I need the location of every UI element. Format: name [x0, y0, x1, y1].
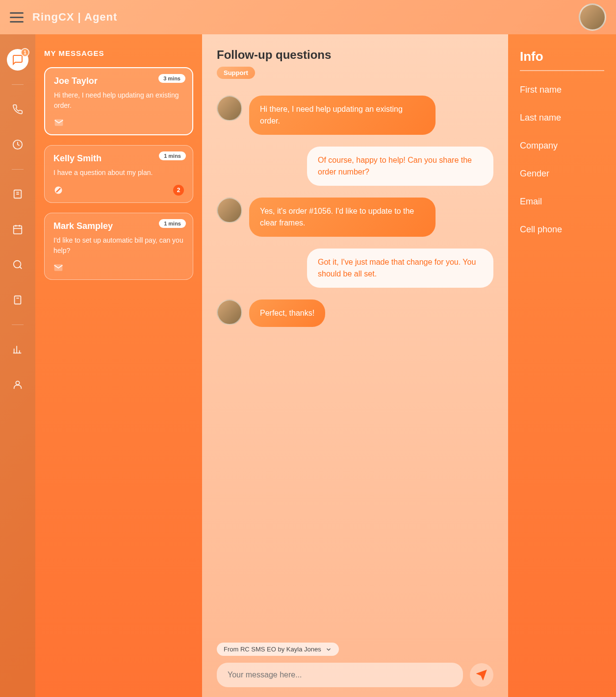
nav-search[interactable]	[7, 254, 28, 275]
info-field-email[interactable]: Email	[520, 197, 604, 207]
time-chip: 3 mins	[158, 74, 185, 83]
time-chip: 1 mins	[159, 151, 186, 160]
time-chip: 1 mins	[159, 219, 186, 228]
chat-panel: Follow-up questions Support Hi there, I …	[202, 34, 508, 697]
from-selector[interactable]: From RC SMS EO by Kayla Jones	[217, 643, 339, 656]
nav-contacts[interactable]	[7, 183, 28, 205]
convo-preview: Hi there, I need help updating an existi…	[54, 90, 183, 111]
count-badge: 2	[173, 185, 184, 196]
info-field-company[interactable]: Company	[520, 141, 604, 151]
nav-history[interactable]	[7, 134, 28, 155]
info-panel: Info First name Last name Company Gender…	[508, 34, 616, 697]
send-icon	[476, 670, 487, 680]
nav-rail: 1	[0, 34, 35, 697]
info-field-firstname[interactable]: First name	[520, 85, 604, 95]
app-title: RingCX | Agent	[32, 11, 117, 24]
blocked-icon	[53, 185, 63, 195]
nav-analytics[interactable]	[7, 339, 28, 360]
svg-point-6	[14, 261, 21, 268]
svg-point-14	[16, 381, 19, 385]
message-row: Perfect, thanks!	[217, 299, 493, 327]
chat-header: Follow-up questions Support	[217, 48, 493, 79]
envelope-icon	[54, 118, 64, 127]
nav-messages[interactable]: 1	[7, 49, 28, 71]
chat-title: Follow-up questions	[217, 48, 493, 62]
svg-rect-8	[15, 296, 21, 304]
messages-list: Hi there, I need help updating an existi…	[217, 86, 493, 635]
hamburger-menu[interactable]	[10, 12, 24, 23]
app-root: RingCX | Agent 1	[0, 0, 616, 697]
info-field-cellphone[interactable]: Cell phone	[520, 224, 604, 235]
message-row: Of course, happy to help! Can you share …	[217, 147, 493, 186]
conversation-card[interactable]: 1 mins Mark Sampley I'd like to set up a…	[44, 213, 193, 280]
message-bubble: Perfect, thanks!	[249, 299, 325, 327]
envelope-icon	[53, 263, 63, 273]
from-label: From RC SMS EO by Kayla Jones	[224, 646, 321, 653]
send-button[interactable]	[470, 663, 493, 687]
message-bubble: Of course, happy to help! Can you share …	[307, 147, 493, 186]
nav-badge: 1	[21, 48, 29, 57]
info-title: Info	[520, 49, 604, 71]
customer-avatar	[217, 299, 242, 325]
customer-avatar	[217, 96, 242, 121]
sidebar-title: MY MESSAGES	[44, 49, 193, 57]
chevron-down-icon	[325, 646, 332, 653]
message-bubble: Yes, it's order #1056. I'd like to updat…	[249, 198, 436, 237]
svg-line-7	[20, 267, 22, 269]
nav-document[interactable]	[7, 289, 28, 311]
nav-phone[interactable]	[7, 99, 28, 120]
conversation-card[interactable]: 3 mins Joe Taylor Hi there, I need help …	[44, 67, 193, 135]
conversation-card[interactable]: 1 mins Kelly Smith I have a question abo…	[44, 145, 193, 203]
message-input[interactable]	[217, 663, 463, 687]
message-row: Got it, I've just made that change for y…	[217, 249, 493, 288]
header-avatar[interactable]	[579, 3, 606, 31]
composer: From RC SMS EO by Kayla Jones	[217, 643, 493, 687]
message-bubble: Got it, I've just made that change for y…	[307, 249, 493, 288]
app-body: 1	[0, 34, 616, 697]
message-row: Yes, it's order #1056. I'd like to updat…	[217, 198, 493, 237]
app-header: RingCX | Agent	[0, 0, 616, 34]
info-field-gender[interactable]: Gender	[520, 169, 604, 179]
nav-profile[interactable]	[7, 374, 28, 396]
messages-sidebar: MY MESSAGES 3 mins Joe Taylor Hi there, …	[35, 34, 202, 697]
customer-avatar	[217, 198, 242, 223]
tag-chip: Support	[217, 67, 255, 79]
message-bubble: Hi there, I need help updating an existi…	[249, 96, 436, 135]
info-field-lastname[interactable]: Last name	[520, 113, 604, 123]
message-row: Hi there, I need help updating an existi…	[217, 96, 493, 135]
svg-rect-2	[14, 226, 22, 234]
convo-preview: I'd like to set up automatic bill pay, c…	[53, 235, 184, 256]
convo-preview: I have a question about my plan.	[53, 168, 184, 178]
nav-calendar[interactable]	[7, 219, 28, 240]
